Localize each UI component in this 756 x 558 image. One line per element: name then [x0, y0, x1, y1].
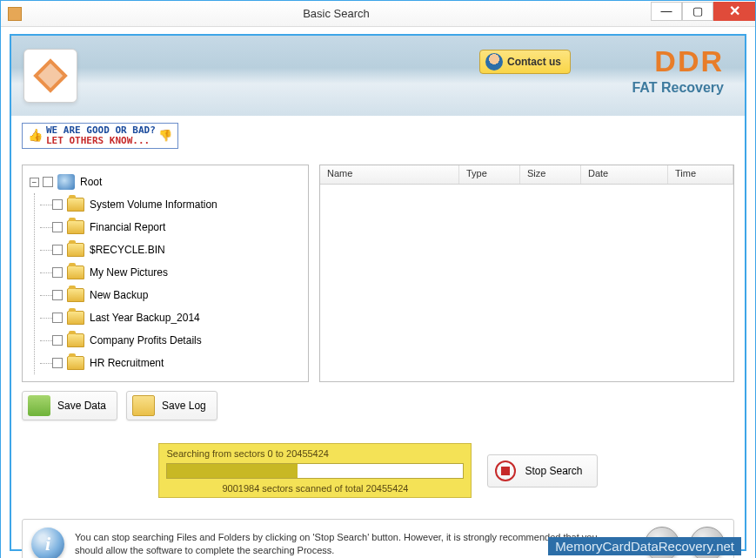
folder-icon: [67, 311, 84, 325]
folder-icon: [67, 220, 84, 234]
main-area: 👍 WE ARE GOOD OR BAD? LET OTHERS KNOW...…: [11, 116, 745, 505]
app-window: Basic Search — ▢ ✕ Contact us DDR: [0, 0, 756, 558]
contact-label: Contact us: [507, 56, 561, 68]
tree-item-label: Last Year Backup_2014: [90, 312, 200, 324]
tree-item[interactable]: My New Pictures: [52, 261, 301, 284]
col-time[interactable]: Time: [668, 165, 733, 184]
feedback-line2: LET OTHERS KNOW...: [46, 135, 150, 146]
collapse-toggle[interactable]: −: [30, 178, 39, 187]
save-log-icon: [132, 395, 155, 416]
tree-item[interactable]: Financial Report: [52, 216, 301, 239]
app-icon: [8, 7, 22, 21]
brand-name: DDR: [632, 48, 724, 75]
col-type[interactable]: Type: [459, 165, 520, 184]
root-label: Root: [80, 176, 102, 188]
checkbox[interactable]: [52, 267, 63, 278]
checkbox[interactable]: [52, 222, 63, 232]
col-name[interactable]: Name: [320, 165, 459, 184]
drive-icon: [57, 174, 75, 190]
tree-children: System Volume Information Financial Repo…: [34, 193, 301, 374]
checkbox[interactable]: [52, 358, 63, 368]
folder-icon: [67, 356, 84, 370]
folder-icon: [67, 243, 84, 257]
tree-item[interactable]: Last Year Backup_2014: [52, 306, 301, 329]
save-log-label: Save Log: [162, 400, 206, 412]
tree-item-label: System Volume Information: [90, 198, 217, 211]
save-data-button[interactable]: Save Data: [22, 391, 117, 420]
col-size[interactable]: Size: [520, 165, 581, 184]
titlebar: Basic Search — ▢ ✕: [1, 1, 755, 27]
tree-item[interactable]: HR Recruitment: [52, 352, 301, 374]
person-icon: [485, 53, 503, 71]
brand-block: DDR FAT Recovery: [632, 48, 724, 96]
tree-item-label: $RECYCLE.BIN: [90, 244, 165, 256]
client-area: Contact us DDR FAT Recovery 👍 WE ARE GOO…: [1, 27, 755, 558]
tree-item[interactable]: System Volume Information: [52, 193, 301, 216]
tree-item-label: New Backup: [90, 289, 148, 301]
tree-item-label: Financial Report: [90, 221, 165, 233]
folder-icon: [67, 333, 84, 347]
tree-item[interactable]: New Backup: [52, 284, 301, 306]
feedback-line1: WE ARE GOOD OR BAD?: [46, 124, 156, 136]
stop-label: Stop Search: [525, 465, 582, 477]
progress-section: Searching from sectors 0 to 20455424 900…: [22, 443, 734, 498]
logo-icon: [33, 58, 68, 93]
tree-item-label: My New Pictures: [90, 266, 168, 279]
checkbox[interactable]: [52, 335, 63, 346]
watermark: MemoryCardDataRecovery.net: [548, 537, 741, 555]
file-list[interactable]: Name Type Size Date Time: [319, 165, 734, 382]
minimize-button[interactable]: —: [651, 2, 682, 21]
header-banner: Contact us DDR FAT Recovery: [11, 36, 745, 116]
list-header: Name Type Size Date Time: [320, 165, 733, 185]
progress-bar: [166, 463, 464, 479]
folder-icon: [67, 198, 84, 212]
tree-item[interactable]: Company Profits Details: [52, 329, 301, 352]
checkbox[interactable]: [52, 245, 63, 255]
client-frame: Contact us DDR FAT Recovery 👍 WE ARE GOO…: [10, 34, 746, 551]
checkbox[interactable]: [52, 313, 63, 323]
tree-item-label: HR Recruitment: [90, 357, 164, 369]
feedback-banner[interactable]: 👍 WE ARE GOOD OR BAD? LET OTHERS KNOW...…: [22, 123, 178, 149]
stop-icon: [495, 461, 516, 481]
logo-box: [23, 49, 77, 103]
tree-root-row[interactable]: − Root: [30, 171, 301, 193]
save-log-button[interactable]: Save Log: [126, 391, 217, 420]
thumbs-up-icon: 👍: [28, 129, 43, 142]
thumbs-down-icon: 👎: [158, 130, 172, 142]
save-data-label: Save Data: [57, 400, 106, 412]
info-icon: i: [31, 528, 64, 558]
progress-heading: Searching from sectors 0 to 20455424: [166, 448, 464, 459]
close-button[interactable]: ✕: [713, 2, 755, 21]
button-row: Save Data Save Log: [22, 391, 734, 420]
contact-us-button[interactable]: Contact us: [479, 50, 571, 74]
checkbox[interactable]: [52, 290, 63, 300]
folder-icon: [67, 288, 84, 302]
panels: − Root System Volume Information Financi…: [22, 165, 734, 382]
progress-status: 9001984 sectors scanned of total 2045542…: [166, 483, 464, 494]
checkbox[interactable]: [52, 199, 63, 210]
window-title: Basic Search: [22, 7, 651, 20]
maximize-button[interactable]: ▢: [682, 2, 713, 21]
tree-item-label: Company Profits Details: [90, 334, 202, 346]
folder-tree[interactable]: − Root System Volume Information Financi…: [22, 165, 309, 382]
root-checkbox[interactable]: [43, 177, 53, 187]
folder-icon: [67, 266, 84, 279]
progress-fill: [167, 464, 298, 478]
save-data-icon: [28, 395, 50, 416]
brand-subtitle: FAT Recovery: [632, 80, 724, 96]
tree-item[interactable]: $RECYCLE.BIN: [52, 239, 301, 261]
stop-search-button[interactable]: Stop Search: [487, 454, 597, 487]
progress-box: Searching from sectors 0 to 20455424 900…: [158, 443, 472, 498]
col-date[interactable]: Date: [581, 165, 668, 184]
